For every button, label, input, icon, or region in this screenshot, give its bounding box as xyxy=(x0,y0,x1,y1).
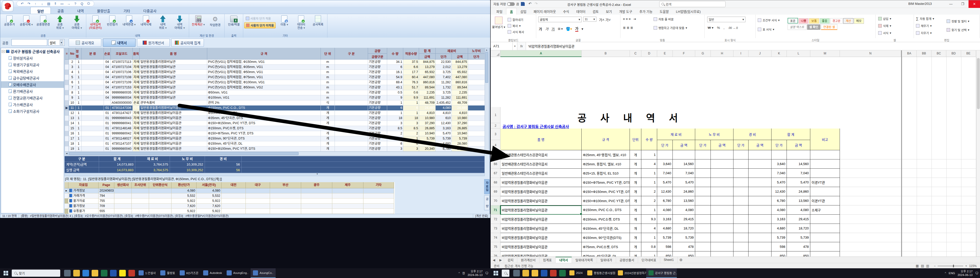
cell[interactable]: 10,980 xyxy=(419,116,436,121)
cell[interactable] xyxy=(468,131,485,136)
cell[interactable] xyxy=(335,90,368,95)
cell[interactable] xyxy=(468,90,485,95)
cad-icon[interactable] xyxy=(550,270,557,276)
row-header-65[interactable]: 65 xyxy=(491,150,501,160)
tree-item-오배수배관공사[interactable]: 오배수배관공사 xyxy=(1,81,64,88)
cell[interactable] xyxy=(749,215,772,224)
cell[interactable]: 10 xyxy=(69,101,76,105)
cell[interactable] xyxy=(468,105,485,111)
zoom-in-icon[interactable]: + xyxy=(965,264,967,268)
conditional-format-button[interactable]: 조건부 서식 ▾ xyxy=(758,18,780,22)
pane-splitter[interactable] xyxy=(65,173,485,176)
cell[interactable] xyxy=(468,126,485,131)
cell[interactable]: 18,720 xyxy=(673,224,695,233)
view-shortcuts[interactable]: ▦▤▥ xyxy=(916,264,929,268)
cell[interactable]: 6 xyxy=(403,141,419,146)
cell[interactable]: 4 xyxy=(641,160,657,169)
cell[interactable]: 1,732 xyxy=(436,85,452,90)
column-header-BA[interactable]: BA xyxy=(902,50,917,57)
cell[interactable]: 3,640 xyxy=(657,160,673,169)
fill-button[interactable]: 채우기 ▾ xyxy=(916,24,932,28)
cell[interactable] xyxy=(749,233,772,242)
name-box[interactable]: A71 xyxy=(491,42,513,50)
cell[interactable]: 자재 xyxy=(133,136,140,141)
ribbon-tab-공종[interactable]: 공종 xyxy=(51,7,71,14)
cell[interactable]: Φ150mm, 90°단곡관(DTS) xyxy=(582,233,630,242)
cell[interactable]: 01 xyxy=(104,116,111,121)
cell[interactable]: 48,709 xyxy=(419,101,436,105)
cell[interactable]: 4 xyxy=(641,224,657,233)
cell[interactable]: 일반용경질폴리염화비닐이음관 xyxy=(140,111,207,116)
cell[interactable] xyxy=(749,169,772,178)
cell[interactable]: 12,430 xyxy=(772,187,787,196)
cell[interactable] xyxy=(711,215,733,224)
cell[interactable]: 비압력용경질폴리염화비닐이음관 xyxy=(501,178,582,187)
cell[interactable] xyxy=(810,233,840,242)
scroll-thumb[interactable] xyxy=(977,58,980,109)
notification-icon[interactable]: 🗨 xyxy=(485,272,488,275)
column-header-BC[interactable]: BC xyxy=(932,50,946,57)
taskbar-app-물량표[interactable]: 물량표 xyxy=(158,268,177,278)
cell[interactable]: 18,720 xyxy=(787,224,810,233)
cell[interactable]: 13,560 xyxy=(787,196,810,205)
column-header-BB[interactable]: BB xyxy=(917,50,932,57)
add-sheet-icon[interactable]: ⊕ xyxy=(678,257,684,263)
cell[interactable] xyxy=(673,150,695,160)
cell[interactable] xyxy=(82,80,104,85)
cell[interactable] xyxy=(733,187,749,196)
cell[interactable]: 47100727104 xyxy=(111,65,133,70)
cell[interactable]: 비압력용경질폴리염화비닐이음관 xyxy=(501,224,582,233)
cell[interactable] xyxy=(711,251,733,257)
cell[interactable]: 11,282 xyxy=(436,95,452,101)
cell[interactable] xyxy=(749,196,772,205)
cell[interactable]: m xyxy=(321,65,335,70)
font-style-buttons[interactable]: 가가가 ⊞ ▾ 🪣▾ 가 ▾ xyxy=(539,26,584,32)
cell[interactable]: 850 xyxy=(787,251,810,257)
cell[interactable] xyxy=(335,59,368,65)
tree-item-전열교환기배관공사[interactable]: 전열교환기배관공사 xyxy=(1,94,64,101)
cell[interactable]: 일반용경질폴리염화비닐이음관 xyxy=(140,121,207,126)
cell[interactable]: 5,470 xyxy=(673,178,695,187)
cell[interactable]: 5,739 xyxy=(673,233,695,242)
cell[interactable]: 26,885 xyxy=(419,126,436,131)
cell[interactable]: 1 xyxy=(76,136,82,141)
cell[interactable] xyxy=(733,178,749,187)
cell[interactable] xyxy=(82,101,104,105)
cell[interactable] xyxy=(733,196,749,205)
cell[interactable]: 1 xyxy=(76,121,82,126)
cell[interactable] xyxy=(335,131,368,136)
view-tab-공사개요[interactable]: 공사개요 xyxy=(68,38,101,47)
fx-icon[interactable]: fx xyxy=(517,42,526,50)
cell[interactable]: 개 xyxy=(630,187,641,196)
cell[interactable] xyxy=(468,141,485,146)
cell[interactable]: 3 xyxy=(387,146,403,152)
cell[interactable]: 24,860 xyxy=(787,187,810,196)
cell[interactable]: 1 xyxy=(76,131,82,136)
cell[interactable]: 6,780 xyxy=(772,196,787,205)
cell[interactable]: 4,080 xyxy=(673,205,695,215)
column-header-D[interactable]: D xyxy=(641,50,657,57)
cell[interactable]: PVC관(VG2) 접착제접합, Φ50mm, VG2 xyxy=(207,85,321,90)
cell[interactable] xyxy=(335,136,368,141)
cell[interactable] xyxy=(468,111,485,116)
cell[interactable]: 이경YT관 xyxy=(810,196,840,205)
cell[interactable]: 3 xyxy=(403,121,419,126)
export-icon[interactable]: ⇑ xyxy=(53,2,58,6)
cell[interactable]: 7,040 xyxy=(673,169,695,178)
cell[interactable]: 2 xyxy=(69,59,76,65)
excel-icon[interactable] xyxy=(559,270,566,276)
row-marker[interactable] xyxy=(65,75,69,80)
explorer-icon[interactable] xyxy=(92,270,98,276)
cell[interactable]: 2 xyxy=(387,131,403,136)
column-header-A[interactable]: A xyxy=(501,50,582,57)
cell[interactable]: 3,163 xyxy=(657,215,673,224)
excel-tab-도움말[interactable]: 도움말 xyxy=(656,8,673,14)
cell[interactable] xyxy=(335,95,368,101)
cell[interactable]: 비압력용경질폴리염화비닐이음관 xyxy=(501,187,582,196)
cell[interactable]: 식 xyxy=(321,101,335,105)
cell[interactable]: 29,415 xyxy=(673,215,695,224)
row-marker[interactable] xyxy=(65,65,69,70)
cell[interactable] xyxy=(468,116,485,121)
side-tab-공 량[interactable]: 공 량 xyxy=(484,195,490,210)
tree-item-가스배관공사[interactable]: 가스배관공사 xyxy=(1,101,64,108)
